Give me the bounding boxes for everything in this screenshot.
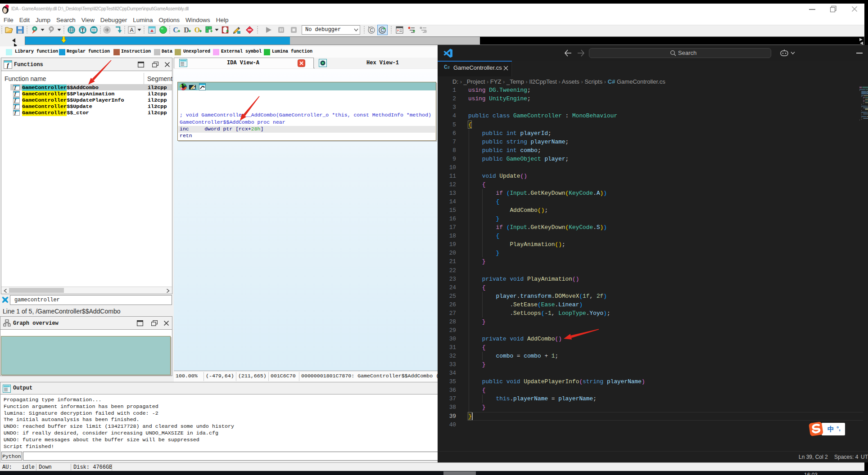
svg-text:C: C: [173, 26, 178, 34]
svg-text:A: A: [130, 27, 133, 33]
svg-text:C: C: [380, 28, 384, 33]
svg-text:C: C: [370, 28, 373, 33]
svg-text:O: O: [194, 26, 200, 34]
svg-text:D: D: [184, 26, 189, 34]
